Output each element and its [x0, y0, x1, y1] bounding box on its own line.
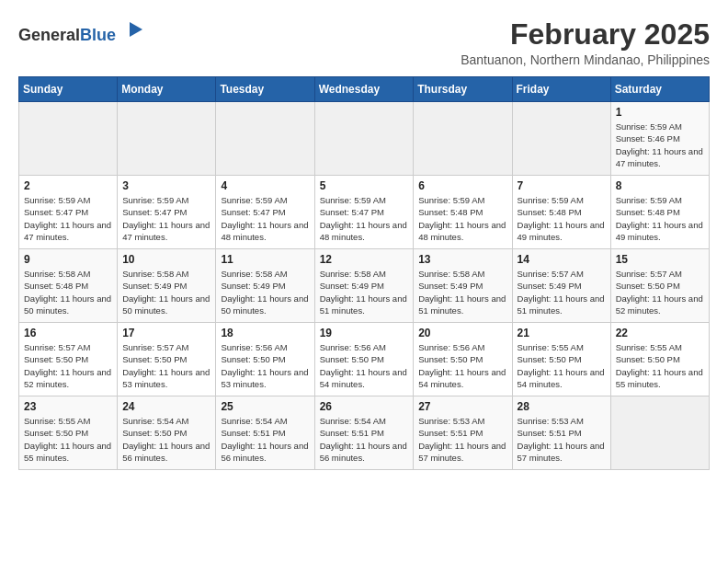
calendar-cell: 3Sunrise: 5:59 AM Sunset: 5:47 PM Daylig… [118, 176, 216, 249]
calendar-cell: 14Sunrise: 5:57 AM Sunset: 5:49 PM Dayli… [512, 249, 610, 323]
day-info: Sunrise: 5:56 AM Sunset: 5:50 PM Dayligh… [418, 341, 506, 390]
calendar-header-tuesday: Tuesday [216, 77, 314, 102]
day-number: 16 [24, 327, 112, 339]
calendar-cell: 17Sunrise: 5:57 AM Sunset: 5:50 PM Dayli… [118, 323, 216, 396]
calendar-cell [216, 102, 314, 176]
day-info: Sunrise: 5:59 AM Sunset: 5:47 PM Dayligh… [24, 194, 112, 243]
calendar-cell: 6Sunrise: 5:59 AM Sunset: 5:48 PM Daylig… [414, 176, 512, 249]
day-number: 17 [122, 327, 210, 339]
calendar-cell [414, 102, 512, 176]
day-number: 20 [418, 327, 506, 339]
day-number: 19 [320, 327, 409, 339]
calendar-cell: 5Sunrise: 5:59 AM Sunset: 5:47 PM Daylig… [314, 176, 414, 249]
calendar-cell: 23Sunrise: 5:55 AM Sunset: 5:50 PM Dayli… [19, 396, 118, 470]
calendar-cell: 1Sunrise: 5:59 AM Sunset: 5:46 PM Daylig… [610, 102, 709, 176]
day-number: 1 [616, 106, 704, 119]
page-header: GeneralBlue February 2025 Bantuanon, Nor… [18, 18, 710, 67]
calendar-cell: 25Sunrise: 5:54 AM Sunset: 5:51 PM Dayli… [216, 396, 314, 470]
day-info: Sunrise: 5:53 AM Sunset: 5:51 PM Dayligh… [518, 415, 606, 464]
calendar-cell: 21Sunrise: 5:55 AM Sunset: 5:50 PM Dayli… [512, 323, 610, 396]
day-info: Sunrise: 5:57 AM Sunset: 5:49 PM Dayligh… [518, 268, 606, 316]
day-info: Sunrise: 5:56 AM Sunset: 5:50 PM Dayligh… [221, 341, 309, 390]
calendar-cell [610, 396, 709, 470]
title-block: February 2025 Bantuanon, Northern Mindan… [461, 18, 710, 67]
calendar-week-5: 23Sunrise: 5:55 AM Sunset: 5:50 PM Dayli… [19, 396, 710, 470]
day-number: 2 [24, 179, 112, 192]
day-number: 23 [24, 400, 112, 413]
calendar-cell: 19Sunrise: 5:56 AM Sunset: 5:50 PM Dayli… [314, 323, 414, 396]
calendar-week-4: 16Sunrise: 5:57 AM Sunset: 5:50 PM Dayli… [19, 323, 710, 396]
day-info: Sunrise: 5:53 AM Sunset: 5:51 PM Dayligh… [418, 415, 506, 464]
day-info: Sunrise: 5:58 AM Sunset: 5:49 PM Dayligh… [122, 268, 210, 316]
calendar-cell: 7Sunrise: 5:59 AM Sunset: 5:48 PM Daylig… [512, 176, 610, 249]
calendar-cell: 12Sunrise: 5:58 AM Sunset: 5:49 PM Dayli… [314, 249, 414, 323]
calendar-header-saturday: Saturday [610, 77, 709, 102]
calendar-header-wednesday: Wednesday [314, 77, 414, 102]
day-info: Sunrise: 5:58 AM Sunset: 5:49 PM Dayligh… [320, 268, 409, 316]
day-number: 27 [418, 400, 506, 413]
logo-icon [122, 18, 144, 40]
day-info: Sunrise: 5:55 AM Sunset: 5:50 PM Dayligh… [518, 341, 606, 390]
day-info: Sunrise: 5:57 AM Sunset: 5:50 PM Dayligh… [122, 341, 210, 390]
calendar-cell: 27Sunrise: 5:53 AM Sunset: 5:51 PM Dayli… [414, 396, 512, 470]
day-number: 3 [122, 179, 210, 192]
day-info: Sunrise: 5:54 AM Sunset: 5:50 PM Dayligh… [122, 415, 210, 464]
calendar-header-sunday: Sunday [19, 77, 118, 102]
day-number: 8 [616, 179, 704, 192]
calendar-cell: 13Sunrise: 5:58 AM Sunset: 5:49 PM Dayli… [414, 249, 512, 323]
calendar-header-row: SundayMondayTuesdayWednesdayThursdayFrid… [19, 77, 710, 102]
day-info: Sunrise: 5:59 AM Sunset: 5:48 PM Dayligh… [616, 194, 704, 243]
day-number: 13 [418, 253, 506, 266]
calendar-cell: 26Sunrise: 5:54 AM Sunset: 5:51 PM Dayli… [314, 396, 414, 470]
calendar-cell: 24Sunrise: 5:54 AM Sunset: 5:50 PM Dayli… [118, 396, 216, 470]
day-info: Sunrise: 5:59 AM Sunset: 5:47 PM Dayligh… [122, 194, 210, 243]
calendar-cell: 22Sunrise: 5:55 AM Sunset: 5:50 PM Dayli… [610, 323, 709, 396]
day-info: Sunrise: 5:54 AM Sunset: 5:51 PM Dayligh… [320, 415, 409, 464]
day-number: 10 [122, 253, 210, 266]
calendar-cell: 2Sunrise: 5:59 AM Sunset: 5:47 PM Daylig… [19, 176, 118, 249]
calendar-cell: 16Sunrise: 5:57 AM Sunset: 5:50 PM Dayli… [19, 323, 118, 396]
svg-marker-0 [130, 22, 142, 37]
calendar-cell [118, 102, 216, 176]
location-subtitle: Bantuanon, Northern Mindanao, Philippine… [461, 52, 710, 67]
calendar-cell: 11Sunrise: 5:58 AM Sunset: 5:49 PM Dayli… [216, 249, 314, 323]
day-info: Sunrise: 5:58 AM Sunset: 5:49 PM Dayligh… [221, 268, 309, 316]
day-number: 5 [320, 179, 409, 192]
day-info: Sunrise: 5:55 AM Sunset: 5:50 PM Dayligh… [24, 415, 112, 464]
calendar-cell: 15Sunrise: 5:57 AM Sunset: 5:50 PM Dayli… [610, 249, 709, 323]
day-info: Sunrise: 5:59 AM Sunset: 5:48 PM Dayligh… [518, 194, 606, 243]
day-number: 18 [221, 327, 309, 339]
day-info: Sunrise: 5:58 AM Sunset: 5:48 PM Dayligh… [24, 268, 112, 316]
calendar-cell [314, 102, 414, 176]
day-info: Sunrise: 5:58 AM Sunset: 5:49 PM Dayligh… [418, 268, 506, 316]
day-number: 14 [518, 253, 606, 266]
day-info: Sunrise: 5:56 AM Sunset: 5:50 PM Dayligh… [320, 341, 409, 390]
day-info: Sunrise: 5:54 AM Sunset: 5:51 PM Dayligh… [221, 415, 309, 464]
day-number: 11 [221, 253, 309, 266]
calendar-cell [512, 102, 610, 176]
day-info: Sunrise: 5:59 AM Sunset: 5:46 PM Dayligh… [616, 121, 704, 169]
day-number: 6 [418, 179, 506, 192]
calendar-cell: 4Sunrise: 5:59 AM Sunset: 5:47 PM Daylig… [216, 176, 314, 249]
day-info: Sunrise: 5:57 AM Sunset: 5:50 PM Dayligh… [616, 268, 704, 316]
logo: GeneralBlue [18, 18, 144, 45]
calendar-cell: 18Sunrise: 5:56 AM Sunset: 5:50 PM Dayli… [216, 323, 314, 396]
calendar-table: SundayMondayTuesdayWednesdayThursdayFrid… [18, 76, 710, 470]
day-number: 21 [518, 327, 606, 339]
calendar-cell: 10Sunrise: 5:58 AM Sunset: 5:49 PM Dayli… [118, 249, 216, 323]
day-number: 24 [122, 400, 210, 413]
month-year-title: February 2025 [461, 18, 710, 51]
calendar-cell [19, 102, 118, 176]
day-number: 26 [320, 400, 409, 413]
day-info: Sunrise: 5:57 AM Sunset: 5:50 PM Dayligh… [24, 341, 112, 390]
day-number: 15 [616, 253, 704, 266]
calendar-week-1: 1Sunrise: 5:59 AM Sunset: 5:46 PM Daylig… [19, 102, 710, 176]
day-number: 25 [221, 400, 309, 413]
calendar-cell: 8Sunrise: 5:59 AM Sunset: 5:48 PM Daylig… [610, 176, 709, 249]
calendar-header-monday: Monday [118, 77, 216, 102]
calendar-week-2: 2Sunrise: 5:59 AM Sunset: 5:47 PM Daylig… [19, 176, 710, 249]
day-number: 22 [616, 327, 704, 339]
calendar-header-thursday: Thursday [414, 77, 512, 102]
day-info: Sunrise: 5:55 AM Sunset: 5:50 PM Dayligh… [616, 341, 704, 390]
day-number: 4 [221, 179, 309, 192]
